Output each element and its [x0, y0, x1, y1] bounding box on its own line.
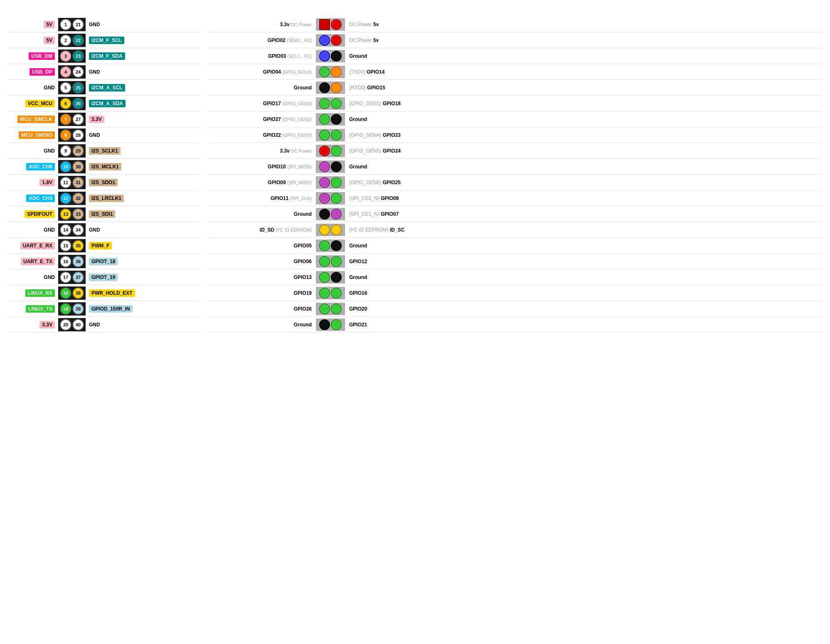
rpi4-pin: [331, 146, 342, 156]
rpi4-pins-col: [316, 160, 345, 173]
vim4-right-label: I2S_LRCLK1: [86, 195, 199, 201]
vim4-pins: 626: [58, 97, 86, 110]
vim4-row: GND525I2CM_A_SCL: [8, 80, 199, 96]
vim4-pins: 1030: [58, 160, 86, 173]
rpi4-pin: [319, 98, 330, 109]
rpi4-pin: [319, 272, 330, 283]
vim4-pin: 4: [60, 66, 71, 78]
rpi4-left-label: 3.3v DC Power: [208, 22, 316, 27]
rpi4-row: GPIO04 (GPIO_GCLK)(TXD0) GPIO14: [208, 64, 822, 80]
vim4-left-label: LINUX_RX: [8, 290, 58, 296]
vim4-left-label: LINUX_TX: [8, 306, 58, 312]
vim4-pin: 2: [60, 35, 71, 46]
vim4-row: LINUX_RX1838PWR_HOLD_EXT: [8, 285, 199, 301]
vim4-pin: 13: [60, 208, 71, 220]
rpi4-row: GPIO03 (SCL1 , I²C)Ground: [208, 48, 822, 64]
vim4-right-label: I2S_MCLK1: [86, 164, 199, 170]
rpi4-pins-col: [316, 50, 345, 62]
rpi4-right-label: GPIO20: [345, 306, 822, 312]
rpi4-pin: [319, 67, 330, 77]
vim4-pins: 1131: [58, 176, 86, 189]
rpi4-pin: [331, 114, 342, 125]
vim4-left-label: ADC_CH3: [8, 195, 58, 201]
rpi4-pins-col: [316, 113, 345, 126]
rpi4-right-label: (GPIO_GEN4) GPIO23: [345, 132, 822, 138]
rpi4-left-label: GPIO27 (GPIO_GEN2): [208, 116, 316, 122]
rpi4-pin: [319, 114, 330, 125]
vim4-pins: 1333: [58, 207, 86, 221]
vim4-right-label: 3.3V: [86, 116, 199, 122]
rpi4-pins-col: [316, 224, 345, 236]
rpi4-pins-col: [316, 303, 345, 315]
rpi4-right-label: Ground: [345, 53, 822, 59]
vim4-pins: 929: [58, 144, 86, 158]
rpi4-pin: [319, 35, 330, 46]
rpi4-pin: [331, 319, 342, 330]
rpi4-pin: [319, 161, 330, 172]
vim4-row: USB_DP424GND: [8, 64, 199, 80]
vim4-row: 5V222I2CM_F_SCL: [8, 32, 199, 48]
rpi4-left-label: GPIO11 (SPI_CLK): [208, 195, 316, 201]
rpi4-left-label: GPIO03 (SCL1 , I²C): [208, 53, 316, 59]
rpi4-right-label: (I²C ID EEPROM) ID_SC: [345, 227, 822, 233]
rpi4-pin: [331, 130, 342, 141]
vim4-pins: 424: [58, 65, 86, 79]
rpi4-pin: [319, 146, 330, 156]
vim4-left-label: SPDIFOUT: [8, 211, 58, 217]
vim4-left-label: MCU_SWCLK: [8, 116, 58, 122]
rpi4-pins-col: [316, 318, 345, 331]
rpi4-right-label: (SPI_CE0_N) GPIO08: [345, 195, 822, 201]
vim4-right-label: PWM_F: [86, 243, 199, 249]
rpi4-left-label: GPIO22 (GPIO_GEN3): [208, 132, 316, 138]
vim4-side: 5V121GND5V222I2CM_F_SCLUSB_DM323I2CM_F_S…: [8, 17, 199, 333]
rpi4-pins-col: [316, 255, 345, 268]
vim4-pins: 1636: [58, 255, 86, 268]
vim4-pin: 22: [72, 35, 84, 46]
vim4-pin: 10: [60, 161, 71, 173]
rpi4-row: Ground(RXD0) GPIO15: [208, 80, 822, 96]
rpi4-pins-col: [316, 176, 345, 189]
vim4-pin: 17: [60, 271, 71, 283]
vim4-pin: 27: [72, 114, 84, 125]
rpi4-left-label: GPIO13: [208, 274, 316, 280]
vim4-pin: 11: [60, 177, 71, 188]
rpi4-pin: [319, 240, 330, 251]
vim4-pin: 5: [60, 82, 71, 94]
vim4-pin: 15: [60, 240, 71, 252]
vim4-row: GND929I2S_SCLK1: [8, 143, 199, 159]
vim4-pin: 8: [60, 129, 71, 141]
vim4-pin: 35: [72, 240, 84, 252]
rpi4-pin: [319, 256, 330, 267]
rpi4-row: 3.3v DC Power(GPIO_GEN5) GPIO24: [208, 143, 822, 159]
rpi4-row: GPIO13Ground: [208, 269, 822, 285]
vim4-pin: 3: [60, 50, 71, 62]
vim4-pin: 14: [60, 224, 71, 236]
rpi4-pin: [319, 82, 330, 93]
vim4-pins: 2040: [58, 318, 86, 331]
rpi4-pin: [331, 303, 342, 314]
vim4-pins: 323: [58, 49, 86, 63]
vim4-pins: 1232: [58, 192, 86, 205]
rpi4-right-label: Ground: [345, 274, 822, 280]
vim4-left-label: 1.8V: [8, 180, 58, 185]
rpi4-pin: [331, 161, 342, 172]
rpi4-pins-col: [316, 66, 345, 78]
rpi4-pin: [331, 240, 342, 251]
rpi4-pin: [319, 288, 330, 299]
rpi4-left-label: GPIO26: [208, 306, 316, 312]
rpi4-right-label: GPIO21: [345, 322, 822, 328]
vim4-right-label: I2S_SCLK1: [86, 148, 199, 154]
vim4-pin: 26: [72, 98, 84, 109]
main-container: 5V121GND5V222I2CM_F_SCLUSB_DM323I2CM_F_S…: [8, 8, 822, 333]
vim4-pins: 121: [58, 18, 86, 31]
vim4-pins: 828: [58, 128, 86, 142]
vim4-right-label: GND: [86, 227, 199, 233]
rpi4-pin: [319, 193, 330, 204]
rpi4-row: 3.3v DC PowerDC Power 5v: [208, 17, 822, 32]
rpi4-pins-col: [316, 208, 345, 220]
vim4-left-label: GND: [8, 227, 58, 233]
content: 5V121GND5V222I2CM_F_SCLUSB_DM323I2CM_F_S…: [8, 17, 822, 333]
vim4-left-label: UART_E_TX: [8, 259, 58, 264]
vim4-pin: 38: [72, 287, 84, 299]
vim4-right-label: I2CM_F_SDA: [86, 53, 199, 59]
